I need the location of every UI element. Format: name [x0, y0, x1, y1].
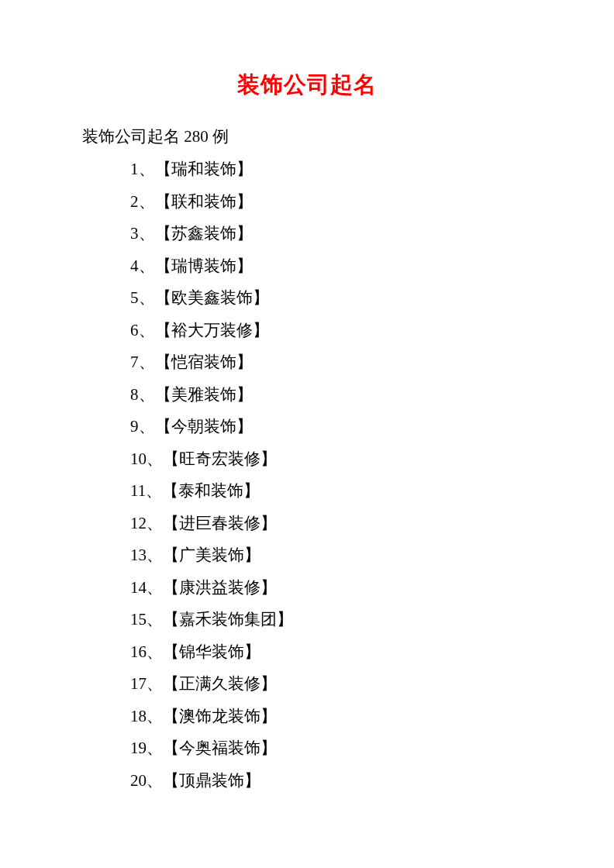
list-item: 18、【澳饰龙装饰】: [130, 708, 536, 725]
list-item: 15、【嘉禾装饰集团】: [130, 611, 536, 628]
document-subtitle: 装饰公司起名 280 例: [82, 126, 536, 147]
company-names-list: 1、【瑞和装饰】 2、【联和装饰】 3、【苏鑫装饰】 4、【瑞博装饰】 5、【欧…: [78, 161, 536, 789]
list-item: 3、【苏鑫装饰】: [130, 226, 536, 242]
list-item: 4、【瑞博装饰】: [130, 258, 536, 274]
list-item: 20、【顶鼎装饰】: [130, 773, 536, 789]
list-item: 7、【恺宿装饰】: [130, 354, 536, 370]
list-item: 2、【联和装饰】: [130, 194, 536, 210]
list-item: 16、【锦华装饰】: [130, 644, 536, 660]
list-item: 8、【美雅装饰】: [130, 387, 536, 403]
list-item: 11、【泰和装饰】: [130, 483, 536, 499]
list-item: 6、【裕大万装修】: [130, 322, 536, 339]
document-title: 装饰公司起名: [78, 70, 536, 101]
list-item: 1、【瑞和装饰】: [130, 161, 536, 177]
list-item: 10、【旺奇宏装修】: [130, 451, 536, 467]
list-item: 5、【欧美鑫装饰】: [130, 290, 536, 306]
list-item: 17、【正满久装修】: [130, 676, 536, 692]
list-item: 12、【进巨春装修】: [130, 515, 536, 532]
list-item: 19、【今奥福装饰】: [130, 740, 536, 756]
list-item: 13、【广美装饰】: [130, 547, 536, 563]
list-item: 9、【今朝装饰】: [130, 418, 536, 435]
list-item: 14、【康洪益装修】: [130, 580, 536, 596]
